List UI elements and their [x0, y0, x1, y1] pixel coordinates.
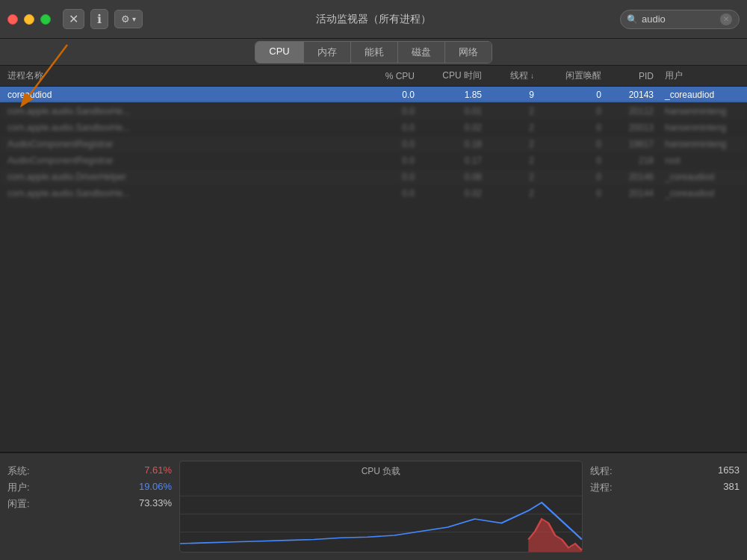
- table-row[interactable]: com.apple.audio.DriverHelper 0.0 0.08 2 …: [0, 169, 747, 185]
- titlebar: ✕ – + ✕ ℹ ⚙ ▾ 活动监视器（所有进程） 🔍 ✕: [0, 0, 747, 39]
- col-header-pid[interactable]: PID: [609, 71, 661, 81]
- cell-threads: 2: [489, 172, 542, 182]
- cell-user: hansenminteng: [661, 106, 743, 116]
- cell-threads: 2: [489, 106, 542, 116]
- cell-threads: 2: [489, 188, 542, 199]
- cell-pid: 19817: [609, 139, 661, 149]
- cell-cpu-pct: 0.0: [355, 106, 422, 116]
- search-icon: 🔍: [627, 14, 638, 25]
- gear-button[interactable]: ⚙ ▾: [114, 10, 143, 28]
- search-clear-button[interactable]: ✕: [720, 13, 732, 25]
- search-area: 🔍 ✕: [620, 10, 740, 29]
- cell-idle-wake: 0: [542, 90, 609, 100]
- threads-label: 线程:: [590, 464, 613, 478]
- stat-processes: 进程: 381: [590, 481, 740, 494]
- user-label: 用户:: [7, 481, 30, 494]
- col-header-idle[interactable]: 闲置唤醒: [542, 69, 609, 82]
- col-header-cputime[interactable]: CPU 时间: [422, 69, 489, 82]
- cell-idle-wake: 0: [542, 188, 609, 199]
- tab-cpu[interactable]: CPU: [255, 42, 303, 63]
- col-header-user[interactable]: 用户: [661, 69, 743, 82]
- table-row[interactable]: coreaudiod 0.0 1.85 9 0 20143 _coreaudio…: [0, 87, 747, 103]
- stat-threads: 线程: 1653: [590, 464, 740, 478]
- tab-energy[interactable]: 能耗: [351, 42, 398, 63]
- cell-user: hansenminteng: [661, 122, 743, 133]
- user-value: 19.06%: [139, 481, 172, 494]
- close-process-button[interactable]: ✕: [63, 9, 84, 29]
- idle-value: 73.33%: [139, 497, 172, 511]
- window-title: 活动监视器（所有进程）: [316, 13, 431, 26]
- cell-cpu-time: 0.02: [422, 188, 489, 199]
- processes-value: 381: [723, 481, 740, 494]
- maximize-button[interactable]: +: [40, 14, 51, 25]
- processes-label: 进程:: [590, 481, 613, 494]
- cell-cpu-pct: 0.0: [355, 155, 422, 166]
- close-button[interactable]: ✕: [7, 14, 18, 25]
- cell-idle-wake: 0: [542, 172, 609, 182]
- cell-cpu-pct: 0.0: [355, 172, 422, 182]
- cell-cpu-time: 1.85: [422, 90, 489, 100]
- cell-cpu-pct: 0.0: [355, 122, 422, 133]
- cell-pid: 20143: [609, 90, 661, 100]
- table-row[interactable]: com.apple.audio.SandboxHe... 0.0 0.02 2 …: [0, 185, 747, 202]
- search-input[interactable]: [642, 13, 716, 25]
- cell-cpu-time: 0.01: [422, 106, 489, 116]
- cell-threads: 2: [489, 122, 542, 133]
- cell-process-name: AudioComponentRegistrar: [4, 139, 355, 149]
- cell-user: hansenminteng: [661, 139, 743, 149]
- cell-process-name: AudioComponentRegistrar: [4, 155, 355, 166]
- cell-pid: 20146: [609, 172, 661, 182]
- col-header-threads[interactable]: 线程 ↓: [489, 69, 542, 82]
- cpu-chart: CPU 负载: [179, 461, 583, 553]
- cell-idle-wake: 0: [542, 122, 609, 133]
- table-row[interactable]: AudioComponentRegistrar 0.0 0.17 2 0 218…: [0, 152, 747, 169]
- cell-user: root: [661, 155, 743, 166]
- tab-disk[interactable]: 磁盘: [398, 42, 445, 63]
- stats-right: 线程: 1653 进程: 381: [590, 461, 740, 553]
- info-button[interactable]: ℹ: [90, 9, 108, 29]
- cell-threads: 2: [489, 139, 542, 149]
- table-row[interactable]: AudioComponentRegistrar 0.0 0.18 2 0 198…: [0, 136, 747, 152]
- cell-cpu-time: 0.18: [422, 139, 489, 149]
- cell-process-name: com.apple.audio.SandboxHe...: [4, 106, 355, 116]
- idle-label: 闲置:: [7, 497, 30, 511]
- cell-cpu-time: 0.17: [422, 155, 489, 166]
- system-label: 系统:: [7, 464, 30, 478]
- tab-group: CPU 内存 能耗 磁盘 网络: [255, 41, 492, 63]
- cell-pid: 218: [609, 155, 661, 166]
- cell-threads: 9: [489, 90, 542, 100]
- tab-memory[interactable]: 内存: [304, 42, 351, 63]
- cell-process-name: com.apple.audio.SandboxHe...: [4, 122, 355, 133]
- col-header-name[interactable]: 进程名称: [4, 69, 355, 82]
- cell-process-name: com.apple.audio.DriverHelper: [4, 172, 355, 182]
- sort-arrow-icon: ↓: [530, 72, 534, 80]
- cell-threads: 2: [489, 155, 542, 166]
- stat-system: 系统: 7.61%: [7, 464, 172, 478]
- stat-user: 用户: 19.06%: [7, 481, 172, 494]
- cell-cpu-time: 0.08: [422, 172, 489, 182]
- table-row[interactable]: com.apple.audio.SandboxHe... 0.0 0.01 2 …: [0, 103, 747, 119]
- cell-process-name: coreaudiod: [4, 90, 355, 100]
- threads-value: 1653: [718, 464, 740, 478]
- column-headers: 进程名称 % CPU CPU 时间 线程 ↓ 闲置唤醒 PID 用户: [0, 66, 747, 87]
- cell-pid: 20112: [609, 106, 661, 116]
- cell-process-name: com.apple.audio.SandboxHe...: [4, 188, 355, 199]
- cell-pid: 20144: [609, 188, 661, 199]
- col-header-cpu[interactable]: % CPU: [355, 71, 422, 81]
- search-box[interactable]: 🔍 ✕: [620, 10, 740, 29]
- cpu-chart-svg: [180, 478, 582, 552]
- bottom-panel: 系统: 7.61% 用户: 19.06% 闲置: 73.33% CPU 负载: [0, 452, 747, 560]
- tab-network[interactable]: 网络: [445, 42, 492, 63]
- stats-left: 系统: 7.61% 用户: 19.06% 闲置: 73.33%: [7, 461, 172, 553]
- table-row[interactable]: com.apple.audio.SandboxHe... 0.0 0.02 2 …: [0, 119, 747, 136]
- cell-idle-wake: 0: [542, 155, 609, 166]
- process-list: coreaudiod 0.0 1.85 9 0 20143 _coreaudio…: [0, 87, 747, 452]
- chart-title: CPU 负载: [362, 461, 401, 478]
- cell-idle-wake: 0: [542, 106, 609, 116]
- stat-idle: 闲置: 73.33%: [7, 497, 172, 511]
- cell-cpu-pct: 0.0: [355, 188, 422, 199]
- minimize-button[interactable]: –: [24, 14, 34, 25]
- cell-cpu-time: 0.02: [422, 122, 489, 133]
- main-content: 进程名称 % CPU CPU 时间 线程 ↓ 闲置唤醒 PID 用户 corea…: [0, 66, 747, 560]
- tabbar: CPU 内存 能耗 磁盘 网络: [0, 39, 747, 66]
